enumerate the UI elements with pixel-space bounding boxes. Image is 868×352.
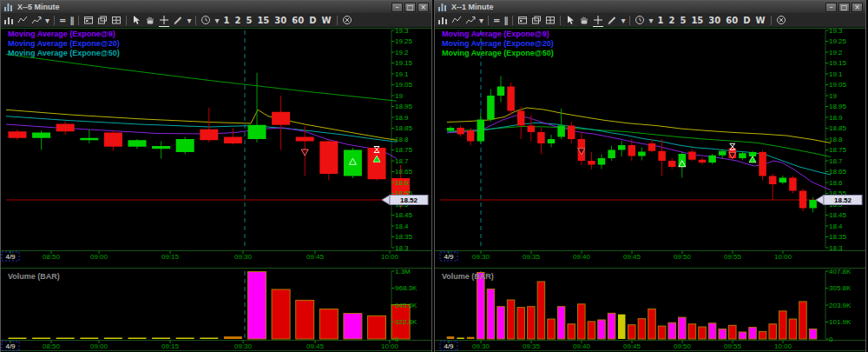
svg-text:09:35: 09:35 — [523, 342, 541, 350]
layout-cascade-icon[interactable] — [97, 14, 108, 26]
svg-text:18.6: 18.6 — [395, 179, 409, 187]
candle-body — [477, 120, 485, 142]
timeframe-15min[interactable]: 15 — [256, 16, 270, 25]
chart-type-dropdown-caret[interactable]: ▾ — [479, 14, 483, 26]
chart-type-dropdown-caret[interactable]: ▾ — [45, 14, 49, 26]
pause-icon[interactable]: ∥ — [69, 14, 74, 26]
layout-single-icon[interactable] — [83, 14, 94, 26]
clear-indicator-icon[interactable] — [776, 14, 786, 26]
timeframe-weekly[interactable]: W — [320, 16, 332, 25]
horizontal-lines-icon[interactable]: = — [493, 14, 500, 26]
chart-canvas[interactable]: 19.319.2519.219.1519.119.051918.9518.918… — [435, 28, 865, 352]
pan-tool-icon[interactable] — [579, 14, 589, 26]
indicator-legend: Moving Average (Expone@9)Moving Average … — [8, 30, 120, 57]
svg-text:18.4: 18.4 — [829, 222, 843, 230]
line-chart-type-icon[interactable] — [451, 14, 462, 26]
draw-tool-dropdown-caret[interactable]: ▾ — [621, 14, 625, 26]
time-interval-dropdown-caret[interactable]: ▾ — [648, 14, 653, 26]
layout-cascade-icon[interactable] — [531, 14, 542, 26]
timeframe-daily[interactable]: D — [308, 16, 317, 25]
draw-tool-icon[interactable] — [607, 14, 617, 26]
restore-button[interactable]: □ — [404, 3, 416, 12]
pane-frames — [1, 29, 431, 351]
svg-text:09:45: 09:45 — [306, 342, 325, 350]
legend-ma-1: Moving Average (Expone@20) — [8, 39, 120, 48]
svg-text:08:50: 08:50 — [43, 342, 61, 350]
svg-text:09:40: 09:40 — [573, 342, 591, 350]
trend-chart-type-icon[interactable] — [465, 14, 476, 26]
timeframe-30min[interactable]: 30 — [273, 16, 287, 25]
draw-tool-dropdown-caret[interactable]: ▾ — [187, 14, 191, 26]
timeframe-daily[interactable]: D — [742, 16, 751, 25]
legend-ma-1: Moving Average (Expone@20) — [442, 39, 554, 48]
candle-body — [769, 176, 777, 185]
volume-bar — [759, 331, 766, 339]
svg-text:10:00: 10:00 — [381, 342, 399, 350]
volume-bar — [688, 324, 696, 339]
timeframe-5min[interactable]: 5 — [679, 16, 687, 25]
timeframe-1min[interactable]: 1 — [222, 16, 230, 25]
candle-body — [598, 158, 606, 165]
timeframe-60min[interactable]: 60 — [291, 16, 305, 25]
svg-text:18.85: 18.85 — [829, 124, 847, 132]
volume-bar — [568, 324, 575, 339]
timeframe-5min[interactable]: 5 — [245, 16, 253, 25]
pan-tool-icon[interactable] — [145, 14, 155, 26]
window-titlebar[interactable]: X--1 Minute –□× — [435, 1, 865, 13]
timeframe-30min[interactable]: 30 — [707, 16, 721, 25]
bar-chart-type-icon[interactable] — [437, 14, 448, 26]
timeframe-15min[interactable]: 15 — [690, 16, 704, 25]
timeframe-1min[interactable]: 1 — [656, 16, 664, 25]
candle-body — [628, 145, 636, 156]
candle-body — [224, 137, 242, 144]
candle-body — [739, 153, 746, 158]
volume-bar — [128, 338, 147, 340]
svg-text:18.95: 18.95 — [829, 103, 847, 110]
sell-signal-icon — [301, 149, 308, 156]
restore-button[interactable]: □ — [838, 3, 850, 12]
volume-bar — [80, 338, 98, 340]
minimize-button[interactable]: – — [391, 3, 403, 12]
crosshair-tool-icon[interactable] — [593, 14, 603, 27]
timeframe-2min[interactable]: 2 — [233, 16, 241, 25]
layout-grid-icon[interactable] — [545, 14, 556, 26]
crosshair-tool-icon[interactable] — [159, 14, 169, 27]
pointer-tool-icon[interactable] — [565, 14, 575, 26]
close-button[interactable]: × — [852, 3, 863, 12]
layout-grid-icon[interactable] — [111, 14, 122, 26]
date-label: 4/9 — [5, 342, 16, 350]
horizontal-lines-icon[interactable]: = — [59, 14, 66, 26]
time-interval-icon[interactable] — [635, 14, 645, 26]
draw-tool-icon[interactable] — [173, 14, 183, 26]
candle-body — [668, 161, 676, 167]
price-volume-chart[interactable]: 19.319.2519.219.1519.119.051918.9518.918… — [1, 28, 431, 352]
pointer-tool-icon[interactable] — [131, 14, 141, 26]
clear-indicator-icon[interactable] — [342, 14, 352, 26]
line-chart-type-icon[interactable] — [17, 14, 28, 26]
minimize-button[interactable]: – — [825, 3, 837, 12]
volume-bar — [799, 302, 807, 339]
bar-chart-type-icon[interactable] — [3, 14, 14, 26]
timeframe-60min[interactable]: 60 — [725, 16, 739, 25]
toolbar-separator — [337, 16, 338, 25]
layout-single-icon[interactable] — [517, 14, 528, 26]
candle-body — [588, 161, 595, 165]
volume-pane-title: Volume (BAR) — [8, 272, 60, 281]
time-interval-dropdown-caret[interactable]: ▾ — [214, 14, 219, 26]
window-titlebar[interactable]: X--5 Minute –□× — [1, 1, 431, 13]
svg-text:0: 0 — [829, 335, 833, 343]
svg-text:18.7: 18.7 — [395, 157, 409, 165]
time-interval-icon[interactable] — [201, 14, 211, 26]
timeframe-weekly[interactable]: W — [754, 16, 766, 25]
timeframe-2min[interactable]: 2 — [667, 16, 675, 25]
pause-icon[interactable]: ∥ — [503, 14, 508, 26]
price-volume-chart[interactable]: 19.319.2519.219.1519.119.051918.9518.918… — [435, 28, 865, 352]
trend-chart-type-icon[interactable] — [31, 14, 42, 26]
svg-text:19.25: 19.25 — [829, 37, 847, 45]
candle-body — [648, 143, 656, 151]
last-price-tag: 18.52 — [382, 196, 428, 205]
chart-canvas[interactable]: 19.319.2519.219.1519.119.051918.9518.918… — [1, 28, 431, 352]
candle-body — [638, 152, 646, 156]
close-button[interactable]: × — [418, 3, 429, 12]
volume-bar — [708, 323, 716, 339]
